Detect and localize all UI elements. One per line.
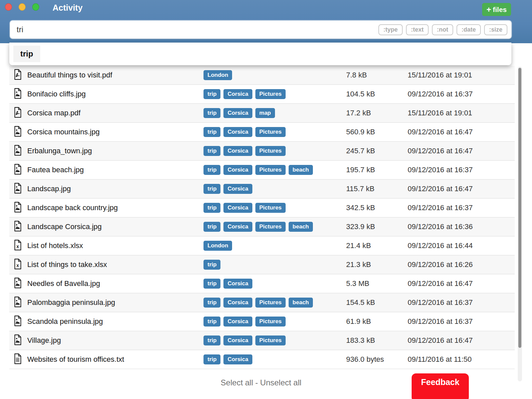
tag-badge[interactable]: Corsica — [223, 108, 252, 118]
tag-badge[interactable]: trip — [203, 317, 220, 327]
tag-badge[interactable]: trip — [203, 89, 220, 99]
file-row[interactable]: Corsica mountains.jpgtripCorsicaPictures… — [9, 123, 515, 142]
file-name: Palombaggia peninsula.jpg — [27, 298, 203, 307]
tag-badge[interactable]: trip — [203, 222, 220, 232]
file-row[interactable]: Corsica map.pdftripCorsicamap17.2 kB15/1… — [9, 104, 515, 123]
file-date: 09/12/2016 at 16:37 — [405, 203, 515, 212]
search-input[interactable] — [10, 25, 378, 34]
file-row[interactable]: Bonifacio cliffs.jpgtripCorsicaPictures1… — [9, 85, 515, 104]
add-files-label: files — [493, 6, 507, 14]
zoom-window-button[interactable] — [32, 3, 39, 11]
tag-badge[interactable]: trip — [203, 260, 220, 270]
tag-badge[interactable]: beach — [289, 165, 313, 175]
file-size: 5.3 MB — [343, 279, 405, 288]
tag-badge[interactable]: Pictures — [255, 165, 286, 175]
file-icon-cell — [9, 145, 27, 157]
file-icon-cell — [9, 88, 27, 100]
tag-badge[interactable]: Corsica — [223, 298, 252, 308]
unselect-all-link[interactable]: Unselect all — [260, 378, 301, 387]
file-name: Village.jpg — [27, 336, 203, 345]
tag-badge[interactable]: trip — [203, 165, 220, 175]
image-file-icon — [13, 183, 22, 195]
tag-badge[interactable]: Pictures — [255, 127, 286, 137]
tag-badge[interactable]: Corsica — [223, 89, 252, 99]
filter-date-button[interactable]: :date — [457, 24, 481, 35]
file-row[interactable]: xList of things to take.xlsxtrip21.3 kB0… — [9, 255, 515, 274]
tag-badge[interactable]: Corsica — [223, 354, 252, 364]
tag-badge[interactable]: trip — [203, 354, 220, 364]
file-icon-cell — [9, 334, 27, 346]
tag-badge[interactable]: Corsica — [223, 165, 252, 175]
tag-badge[interactable]: map — [255, 108, 275, 118]
file-row[interactable]: Beautiful things to visit.pdfLondon7.8 k… — [9, 66, 515, 85]
file-tags: tripCorsicaPictures — [203, 203, 343, 213]
feedback-button[interactable]: Feedback — [412, 373, 469, 399]
file-row[interactable]: Landscape back country.jpgtripCorsicaPic… — [9, 199, 515, 217]
image-file-icon — [13, 202, 22, 214]
tag-badge[interactable]: Corsica — [223, 335, 252, 345]
file-date: 09/12/2016 at 16:47 — [405, 147, 515, 155]
tag-badge[interactable]: trip — [203, 298, 220, 308]
tag-badge[interactable]: Corsica — [223, 279, 252, 289]
file-row[interactable]: Scandola peninsula.jpgtripCorsicaPicture… — [9, 312, 515, 331]
tag-badge[interactable]: Corsica — [223, 127, 252, 137]
tag-badge[interactable]: London — [203, 241, 232, 251]
file-size: 21.4 kB — [343, 241, 405, 250]
file-row[interactable]: Fautea beach.jpgtripCorsicaPicturesbeach… — [9, 161, 515, 180]
filter-text-button[interactable]: :text — [406, 24, 429, 35]
file-name: Landscape back country.jpg — [27, 203, 203, 212]
tag-badge[interactable]: trip — [203, 184, 220, 194]
file-icon-cell — [9, 353, 27, 365]
file-name: Needles of Bavella.jpg — [27, 279, 203, 288]
tag-badge[interactable]: Corsica — [223, 146, 252, 156]
file-row[interactable]: Needles of Bavella.jpgtripCorsica5.3 MB0… — [9, 274, 515, 293]
tag-badge[interactable]: Pictures — [255, 222, 286, 232]
close-window-button[interactable] — [5, 3, 12, 11]
tag-badge[interactable]: Pictures — [255, 317, 286, 327]
suggestion-item-trip[interactable]: trip — [13, 46, 40, 62]
tag-badge[interactable]: Pictures — [255, 335, 286, 345]
tag-badge[interactable]: trip — [203, 203, 220, 213]
file-row[interactable]: xList of hotels.xlsxLondon21.4 kB09/12/2… — [9, 236, 515, 255]
tag-badge[interactable]: Pictures — [255, 89, 286, 99]
file-row[interactable]: Landscap.jpgtripCorsica115.7 kB09/12/201… — [9, 180, 515, 199]
tag-badge[interactable]: trip — [203, 279, 220, 289]
file-tags: tripCorsicaPicturesbeach — [203, 165, 343, 175]
file-icon-cell — [9, 221, 27, 233]
file-row[interactable]: Landscape Corsica.jpgtripCorsicaPictures… — [9, 217, 515, 236]
file-tags: tripCorsica — [203, 354, 343, 364]
file-name: Fautea beach.jpg — [27, 166, 203, 174]
filter-not-button[interactable]: :not — [432, 24, 453, 35]
file-icon-cell — [9, 164, 27, 176]
scrollbar-track[interactable] — [518, 66, 522, 381]
tag-badge[interactable]: trip — [203, 335, 220, 345]
tag-badge[interactable]: Pictures — [255, 298, 286, 308]
tag-badge[interactable]: Pictures — [255, 146, 286, 156]
tag-badge[interactable]: trip — [203, 146, 220, 156]
tag-badge[interactable]: Corsica — [223, 317, 252, 327]
file-row[interactable]: Palombaggia peninsula.jpgtripCorsicaPict… — [9, 293, 515, 312]
tag-badge[interactable]: London — [203, 70, 232, 80]
file-size: 104.5 kB — [343, 90, 405, 98]
filter-type-button[interactable]: :type — [378, 24, 403, 35]
scrollbar-thumb[interactable] — [518, 68, 521, 348]
tag-badge[interactable]: trip — [203, 108, 220, 118]
file-date: 15/11/2016 at 19:01 — [405, 109, 515, 117]
tag-badge[interactable]: Pictures — [255, 203, 286, 213]
excel-file-icon: x — [13, 240, 22, 252]
file-date: 09/12/2016 at 16:36 — [405, 222, 515, 231]
tag-badge[interactable]: beach — [289, 222, 313, 232]
tag-badge[interactable]: beach — [289, 298, 313, 308]
file-row[interactable]: Websites of tourism offices.txttripCorsi… — [9, 350, 515, 369]
select-all-link[interactable]: Select all — [221, 378, 253, 387]
tag-badge[interactable]: trip — [203, 127, 220, 137]
tag-badge[interactable]: Corsica — [223, 203, 252, 213]
file-row[interactable]: Village.jpgtripCorsicaPictures183.3 kB09… — [9, 331, 515, 350]
filter-size-button[interactable]: :size — [484, 24, 507, 35]
tag-badge[interactable]: Corsica — [223, 222, 252, 232]
image-file-icon — [13, 278, 22, 290]
tag-badge[interactable]: Corsica — [223, 184, 252, 194]
add-files-button[interactable]: + files — [482, 3, 511, 16]
minimize-window-button[interactable] — [19, 3, 26, 11]
file-row[interactable]: Erbalunga_town.jpgtripCorsicaPictures245… — [9, 142, 515, 161]
